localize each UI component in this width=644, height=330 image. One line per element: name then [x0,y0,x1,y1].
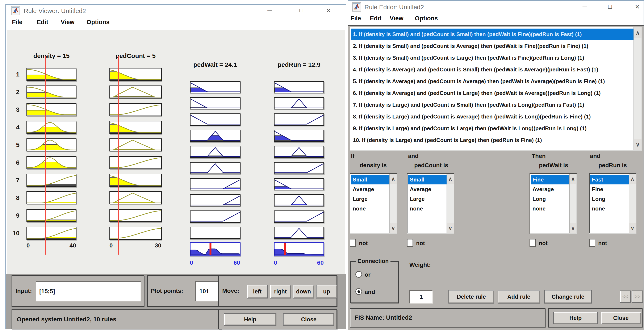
rule-editor-menubar: FileEditViewOptions [348,13,644,25]
scroll-down-icon[interactable]: ∨ [629,223,636,233]
axis-max-label: 60 [228,260,240,266]
maximize-icon[interactable]: □ [295,5,307,16]
close-button[interactable]: Close [283,314,334,326]
maximize-icon[interactable]: □ [604,1,616,12]
help-button[interactable]: Help [553,312,598,324]
button-add-rule[interactable]: Add rule [498,290,540,304]
menu-item-view[interactable]: View [61,19,74,26]
listbox-option-fine[interactable]: Fine [590,184,630,194]
rule-item-5[interactable]: 5. If (density is Average) and (pedCount… [351,76,634,87]
nav-prev-button[interactable]: << [620,290,631,303]
move-up-button[interactable]: up [316,285,337,298]
minimize-icon[interactable]: ─ [264,5,276,16]
listbox-option-average[interactable]: Average [351,184,391,194]
listbox-scrollbar[interactable]: ∧∨ [390,174,396,233]
not-checkbox[interactable] [589,239,595,247]
rule-viewer-titlebar[interactable]: Rule Viewer: Untitled2 ─□× [6,5,346,17]
listbox-option-average[interactable]: Average [408,184,448,194]
listbox-option-long[interactable]: Long [590,194,630,204]
scroll-up-icon[interactable]: ∧ [570,174,576,184]
rule-item-7[interactable]: 7. If (density is Large) and (pedCount i… [351,99,634,110]
membership-plot-pedrun-rule5 [274,146,324,158]
editor-buttons-groupbox: Help Close [548,308,642,328]
membership-plot-density-rule3 [26,103,76,116]
menu-item-file[interactable]: File [12,19,22,26]
plot-points-groupbox: Plot points: 101 [147,275,221,307]
button-delete-rule[interactable]: Delete rule [448,290,494,304]
menu-item-options[interactable]: Options [86,19,110,26]
listbox-scrollbar[interactable]: ∧∨ [569,174,576,233]
scroll-up-icon[interactable]: ∧ [390,174,396,184]
scroll-down-icon[interactable]: ∨ [634,139,642,150]
button-change-rule[interactable]: Change rule [544,290,592,304]
connection-radio-and[interactable] [356,288,362,295]
weight-field[interactable]: 1 [410,290,433,304]
rule-editor-titlebar[interactable]: Rule Editor: Untitled2 ─□× [348,1,644,13]
rule-item-6[interactable]: 6. If (density is Average) and (pedCount… [351,88,634,99]
scroll-down-icon[interactable]: ∨ [570,223,576,233]
scroll-up-icon[interactable]: ∧ [447,174,454,184]
connective-label: Then [532,153,546,160]
listbox-option-small[interactable]: Small [408,175,448,184]
menu-item-options[interactable]: Options [415,15,438,22]
listbox-option-small[interactable]: Small [351,175,391,184]
close-icon[interactable]: × [631,1,643,12]
listbox-option-none[interactable]: none [590,204,630,214]
listbox-option-none[interactable]: none [531,204,571,214]
listbox-option-long[interactable]: Long [531,194,571,204]
rule-row-label: 8 [8,194,20,202]
move-left-button[interactable]: left [247,285,268,298]
membership-plot-pedrun-rule1 [274,81,324,93]
not-checkbox[interactable] [350,239,356,247]
scroll-down-icon[interactable]: ∨ [447,223,454,233]
menu-item-view[interactable]: View [390,15,404,22]
membership-plot-pedwait-rule3 [190,114,240,126]
listbox-option-large[interactable]: Large [408,194,448,204]
membership-plot-pedwait-rule10 [190,227,240,239]
nav-next-button[interactable]: >> [632,290,643,303]
menu-item-edit[interactable]: Edit [37,19,48,26]
rule-item-2[interactable]: 2. If (density is Small) and (pedCount i… [351,40,634,52]
rule-item-1[interactable]: 1. If (density is Small) and (pedCount i… [351,28,634,40]
input-value-line-pedcount[interactable] [118,56,119,254]
scroll-down-icon[interactable]: ∨ [390,223,396,233]
membership-listbox-pedWait: FineAverageLongnone∧∨ [530,173,577,234]
close-button[interactable]: Close [601,312,641,324]
rule-item-4[interactable]: 4. If (density is Average) and (pedCount… [351,64,634,75]
connection-radio-label: and [365,288,375,295]
listbox-option-fast[interactable]: Fast [590,175,630,184]
scroll-up-icon[interactable]: ∧ [634,27,642,38]
listbox-option-average[interactable]: Average [531,184,571,194]
rule-item-8[interactable]: 8. If (density is Large) and (pedCount i… [351,111,634,122]
input-field[interactable]: [15;5] [36,281,141,302]
axis-max-label: 30 [149,242,161,249]
rule-item-9[interactable]: 9. If (density is Large) and (pedCount i… [351,123,634,134]
menu-item-edit[interactable]: Edit [370,15,382,22]
listbox-scrollbar[interactable]: ∧∨ [446,174,454,233]
input-value-line-density[interactable] [45,56,46,254]
connection-radio-label: or [365,272,370,278]
membership-plot-pedrun-rule4 [274,130,324,142]
listbox-scrollbar[interactable]: ∧∨ [629,174,636,233]
scroll-up-icon[interactable]: ∧ [629,174,636,184]
listbox-option-fine[interactable]: Fine [531,175,571,184]
not-checkbox[interactable] [407,239,413,247]
close-icon[interactable]: × [322,5,334,16]
plot-points-field[interactable]: 101 [195,281,218,302]
minimize-icon[interactable]: ─ [579,1,591,12]
menu-item-file[interactable]: File [350,15,361,22]
variable-label-pedWait: pedWait is [539,162,568,170]
connection-radio-or[interactable] [356,271,362,278]
rule-item-3[interactable]: 3. If (density is Small) and (pedCount i… [351,52,634,64]
rule-item-10[interactable]: 10. If (density is Large) and (pedCount … [351,134,634,146]
rule-list-scrollbar[interactable]: ∧∨ [634,27,642,150]
membership-plot-density-rule7 [26,174,76,187]
move-right-button[interactable]: right [270,285,291,298]
listbox-option-large[interactable]: Large [351,194,391,204]
listbox-option-none[interactable]: none [351,204,391,214]
help-button[interactable]: Help [224,314,276,326]
move-groupbox: Move: leftrightdownup [218,275,337,307]
move-down-button[interactable]: down [293,285,314,298]
not-checkbox[interactable] [530,239,536,247]
listbox-option-none[interactable]: none [408,204,448,214]
